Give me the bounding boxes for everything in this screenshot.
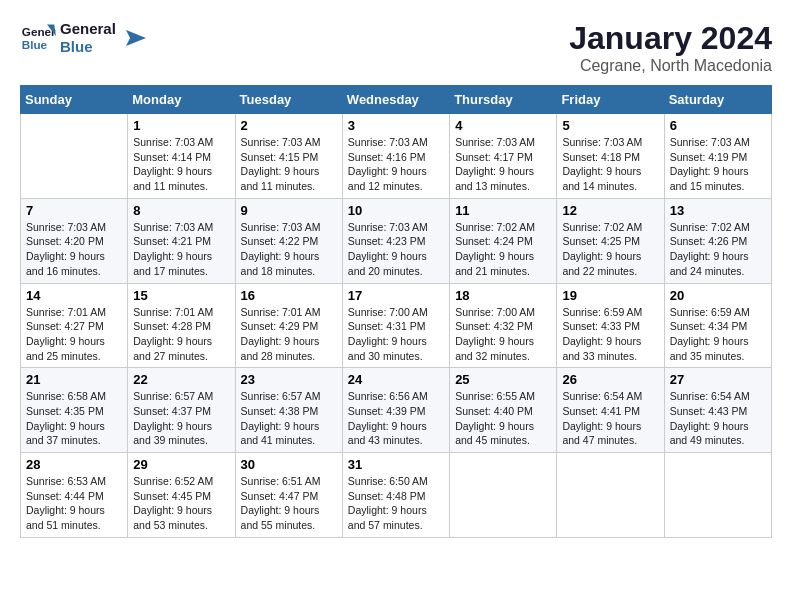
day-info: Sunrise: 7:01 AM Sunset: 4:28 PM Dayligh… bbox=[133, 305, 229, 364]
day-number: 22 bbox=[133, 372, 229, 387]
calendar-body: 1Sunrise: 7:03 AM Sunset: 4:14 PM Daylig… bbox=[21, 114, 772, 538]
calendar-cell: 28Sunrise: 6:53 AM Sunset: 4:44 PM Dayli… bbox=[21, 453, 128, 538]
day-number: 6 bbox=[670, 118, 766, 133]
calendar-header-row: SundayMondayTuesdayWednesdayThursdayFrid… bbox=[21, 86, 772, 114]
day-number: 1 bbox=[133, 118, 229, 133]
day-number: 3 bbox=[348, 118, 444, 133]
day-header-sunday: Sunday bbox=[21, 86, 128, 114]
calendar-cell: 14Sunrise: 7:01 AM Sunset: 4:27 PM Dayli… bbox=[21, 283, 128, 368]
day-number: 29 bbox=[133, 457, 229, 472]
calendar-cell: 20Sunrise: 6:59 AM Sunset: 4:34 PM Dayli… bbox=[664, 283, 771, 368]
day-number: 11 bbox=[455, 203, 551, 218]
location: Cegrane, North Macedonia bbox=[569, 57, 772, 75]
day-info: Sunrise: 6:58 AM Sunset: 4:35 PM Dayligh… bbox=[26, 389, 122, 448]
day-info: Sunrise: 7:01 AM Sunset: 4:27 PM Dayligh… bbox=[26, 305, 122, 364]
day-info: Sunrise: 7:03 AM Sunset: 4:21 PM Dayligh… bbox=[133, 220, 229, 279]
day-number: 25 bbox=[455, 372, 551, 387]
day-info: Sunrise: 6:53 AM Sunset: 4:44 PM Dayligh… bbox=[26, 474, 122, 533]
svg-marker-3 bbox=[126, 30, 146, 46]
day-info: Sunrise: 6:55 AM Sunset: 4:40 PM Dayligh… bbox=[455, 389, 551, 448]
day-header-monday: Monday bbox=[128, 86, 235, 114]
day-info: Sunrise: 6:52 AM Sunset: 4:45 PM Dayligh… bbox=[133, 474, 229, 533]
day-number: 24 bbox=[348, 372, 444, 387]
calendar-cell: 1Sunrise: 7:03 AM Sunset: 4:14 PM Daylig… bbox=[128, 114, 235, 199]
day-info: Sunrise: 7:03 AM Sunset: 4:14 PM Dayligh… bbox=[133, 135, 229, 194]
logo: General Blue General Blue bbox=[20, 20, 148, 56]
day-number: 5 bbox=[562, 118, 658, 133]
day-info: Sunrise: 6:57 AM Sunset: 4:37 PM Dayligh… bbox=[133, 389, 229, 448]
calendar-week-1: 1Sunrise: 7:03 AM Sunset: 4:14 PM Daylig… bbox=[21, 114, 772, 199]
day-info: Sunrise: 6:54 AM Sunset: 4:41 PM Dayligh… bbox=[562, 389, 658, 448]
calendar-cell: 26Sunrise: 6:54 AM Sunset: 4:41 PM Dayli… bbox=[557, 368, 664, 453]
logo-icon: General Blue bbox=[20, 20, 56, 56]
day-info: Sunrise: 7:03 AM Sunset: 4:16 PM Dayligh… bbox=[348, 135, 444, 194]
day-info: Sunrise: 7:03 AM Sunset: 4:18 PM Dayligh… bbox=[562, 135, 658, 194]
calendar-cell: 18Sunrise: 7:00 AM Sunset: 4:32 PM Dayli… bbox=[450, 283, 557, 368]
calendar-table: SundayMondayTuesdayWednesdayThursdayFrid… bbox=[20, 85, 772, 538]
calendar-cell: 15Sunrise: 7:01 AM Sunset: 4:28 PM Dayli… bbox=[128, 283, 235, 368]
day-number: 20 bbox=[670, 288, 766, 303]
calendar-cell: 22Sunrise: 6:57 AM Sunset: 4:37 PM Dayli… bbox=[128, 368, 235, 453]
day-number: 7 bbox=[26, 203, 122, 218]
calendar-week-3: 14Sunrise: 7:01 AM Sunset: 4:27 PM Dayli… bbox=[21, 283, 772, 368]
calendar-cell: 6Sunrise: 7:03 AM Sunset: 4:19 PM Daylig… bbox=[664, 114, 771, 199]
day-header-friday: Friday bbox=[557, 86, 664, 114]
calendar-cell: 4Sunrise: 7:03 AM Sunset: 4:17 PM Daylig… bbox=[450, 114, 557, 199]
calendar-cell: 9Sunrise: 7:03 AM Sunset: 4:22 PM Daylig… bbox=[235, 198, 342, 283]
day-info: Sunrise: 6:50 AM Sunset: 4:48 PM Dayligh… bbox=[348, 474, 444, 533]
day-info: Sunrise: 7:03 AM Sunset: 4:20 PM Dayligh… bbox=[26, 220, 122, 279]
day-info: Sunrise: 7:02 AM Sunset: 4:25 PM Dayligh… bbox=[562, 220, 658, 279]
day-number: 2 bbox=[241, 118, 337, 133]
calendar-cell: 12Sunrise: 7:02 AM Sunset: 4:25 PM Dayli… bbox=[557, 198, 664, 283]
calendar-cell bbox=[557, 453, 664, 538]
calendar-cell: 19Sunrise: 6:59 AM Sunset: 4:33 PM Dayli… bbox=[557, 283, 664, 368]
day-number: 23 bbox=[241, 372, 337, 387]
day-number: 30 bbox=[241, 457, 337, 472]
day-info: Sunrise: 7:00 AM Sunset: 4:31 PM Dayligh… bbox=[348, 305, 444, 364]
day-number: 21 bbox=[26, 372, 122, 387]
calendar-cell: 31Sunrise: 6:50 AM Sunset: 4:48 PM Dayli… bbox=[342, 453, 449, 538]
day-header-saturday: Saturday bbox=[664, 86, 771, 114]
calendar-cell: 11Sunrise: 7:02 AM Sunset: 4:24 PM Dayli… bbox=[450, 198, 557, 283]
day-info: Sunrise: 6:54 AM Sunset: 4:43 PM Dayligh… bbox=[670, 389, 766, 448]
calendar-cell: 16Sunrise: 7:01 AM Sunset: 4:29 PM Dayli… bbox=[235, 283, 342, 368]
calendar-cell: 25Sunrise: 6:55 AM Sunset: 4:40 PM Dayli… bbox=[450, 368, 557, 453]
day-number: 8 bbox=[133, 203, 229, 218]
day-number: 4 bbox=[455, 118, 551, 133]
calendar-cell bbox=[664, 453, 771, 538]
calendar-cell bbox=[21, 114, 128, 199]
day-info: Sunrise: 6:59 AM Sunset: 4:33 PM Dayligh… bbox=[562, 305, 658, 364]
calendar-cell: 5Sunrise: 7:03 AM Sunset: 4:18 PM Daylig… bbox=[557, 114, 664, 199]
day-number: 9 bbox=[241, 203, 337, 218]
day-number: 18 bbox=[455, 288, 551, 303]
day-number: 19 bbox=[562, 288, 658, 303]
day-info: Sunrise: 7:03 AM Sunset: 4:19 PM Dayligh… bbox=[670, 135, 766, 194]
calendar-cell: 17Sunrise: 7:00 AM Sunset: 4:31 PM Dayli… bbox=[342, 283, 449, 368]
calendar-cell: 27Sunrise: 6:54 AM Sunset: 4:43 PM Dayli… bbox=[664, 368, 771, 453]
day-header-wednesday: Wednesday bbox=[342, 86, 449, 114]
calendar-cell: 30Sunrise: 6:51 AM Sunset: 4:47 PM Dayli… bbox=[235, 453, 342, 538]
day-number: 15 bbox=[133, 288, 229, 303]
calendar-week-2: 7Sunrise: 7:03 AM Sunset: 4:20 PM Daylig… bbox=[21, 198, 772, 283]
calendar-week-5: 28Sunrise: 6:53 AM Sunset: 4:44 PM Dayli… bbox=[21, 453, 772, 538]
calendar-cell: 8Sunrise: 7:03 AM Sunset: 4:21 PM Daylig… bbox=[128, 198, 235, 283]
day-info: Sunrise: 7:00 AM Sunset: 4:32 PM Dayligh… bbox=[455, 305, 551, 364]
day-info: Sunrise: 6:56 AM Sunset: 4:39 PM Dayligh… bbox=[348, 389, 444, 448]
calendar-cell: 24Sunrise: 6:56 AM Sunset: 4:39 PM Dayli… bbox=[342, 368, 449, 453]
calendar-cell: 21Sunrise: 6:58 AM Sunset: 4:35 PM Dayli… bbox=[21, 368, 128, 453]
calendar-week-4: 21Sunrise: 6:58 AM Sunset: 4:35 PM Dayli… bbox=[21, 368, 772, 453]
day-number: 14 bbox=[26, 288, 122, 303]
calendar-cell: 23Sunrise: 6:57 AM Sunset: 4:38 PM Dayli… bbox=[235, 368, 342, 453]
day-number: 10 bbox=[348, 203, 444, 218]
title-block: January 2024 Cegrane, North Macedonia bbox=[569, 20, 772, 75]
day-info: Sunrise: 7:03 AM Sunset: 4:22 PM Dayligh… bbox=[241, 220, 337, 279]
calendar-cell: 3Sunrise: 7:03 AM Sunset: 4:16 PM Daylig… bbox=[342, 114, 449, 199]
svg-text:Blue: Blue bbox=[22, 38, 48, 51]
day-number: 27 bbox=[670, 372, 766, 387]
day-number: 31 bbox=[348, 457, 444, 472]
calendar-cell: 2Sunrise: 7:03 AM Sunset: 4:15 PM Daylig… bbox=[235, 114, 342, 199]
logo-general-text: General bbox=[60, 20, 116, 38]
day-number: 17 bbox=[348, 288, 444, 303]
day-info: Sunrise: 7:03 AM Sunset: 4:17 PM Dayligh… bbox=[455, 135, 551, 194]
calendar-cell bbox=[450, 453, 557, 538]
